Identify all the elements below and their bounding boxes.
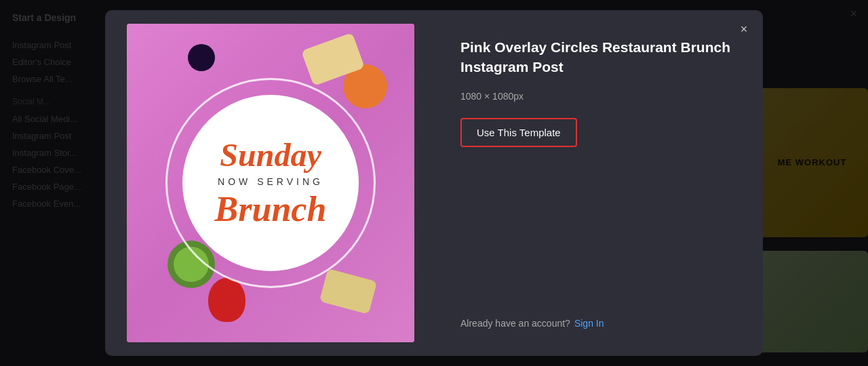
modal-overlay: × Sunday NOW SERVING Brunch bbox=[0, 0, 868, 366]
modal-info-side: Pink Overlay Circles Restaurant Brunch I… bbox=[436, 10, 763, 356]
template-title: Pink Overlay Circles Restaurant Brunch I… bbox=[460, 37, 738, 77]
serving-text: NOW SERVING bbox=[218, 176, 323, 187]
brunch-text: Brunch bbox=[215, 190, 327, 228]
modal-image-side: Sunday NOW SERVING Brunch bbox=[105, 10, 436, 356]
modal-close-button[interactable]: × bbox=[734, 20, 753, 39]
circle-overlay: Sunday NOW SERVING Brunch bbox=[182, 95, 359, 271]
sunday-text: Sunday bbox=[220, 138, 321, 174]
food-strawberry bbox=[208, 278, 245, 322]
modal-dialog: × Sunday NOW SERVING Brunch bbox=[105, 10, 763, 356]
template-preview-image: Sunday NOW SERVING Brunch bbox=[127, 24, 414, 342]
signin-row: Already have an account? Sign In bbox=[460, 318, 738, 329]
signin-link[interactable]: Sign In bbox=[574, 318, 604, 329]
food-berry bbox=[188, 44, 215, 71]
use-template-button[interactable]: Use This Template bbox=[460, 118, 577, 147]
template-dimensions: 1080 × 1080px bbox=[460, 91, 738, 102]
signin-prompt: Already have an account? bbox=[460, 318, 570, 329]
